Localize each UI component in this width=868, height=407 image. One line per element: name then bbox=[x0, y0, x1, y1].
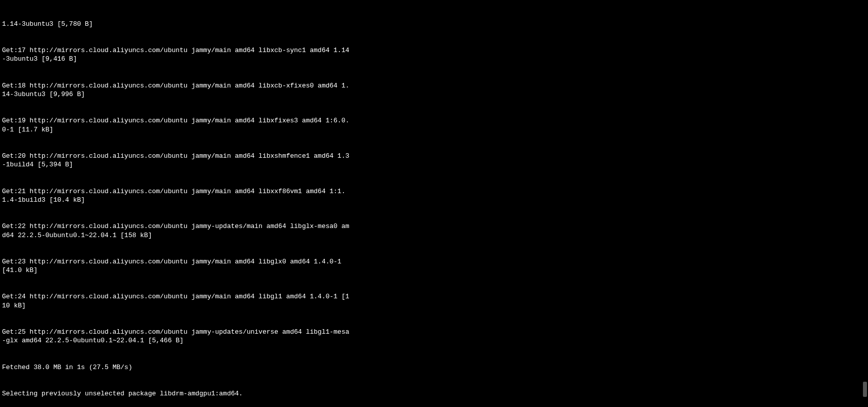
terminal-line: Get:17 http://mirrors.cloud.aliyuncs.com… bbox=[2, 46, 350, 64]
terminal-line: Fetched 38.0 MB in 1s (27.5 MB/s) bbox=[2, 363, 350, 372]
terminal-line: Get:20 http://mirrors.cloud.aliyuncs.com… bbox=[2, 152, 350, 169]
terminal-line: 1.14-3ubuntu3 [5,780 B] bbox=[2, 20, 350, 28]
scrollbar-thumb[interactable] bbox=[863, 382, 867, 397]
terminal-line: Get:21 http://mirrors.cloud.aliyuncs.com… bbox=[2, 187, 350, 205]
terminal-line: Get:23 http://mirrors.cloud.aliyuncs.com… bbox=[2, 257, 350, 275]
terminal-line: Get:22 http://mirrors.cloud.aliyuncs.com… bbox=[2, 222, 350, 240]
terminal-line: Selecting previously unselected package … bbox=[2, 389, 350, 398]
terminal-line: Get:19 http://mirrors.cloud.aliyuncs.com… bbox=[2, 116, 350, 134]
scrollbar[interactable] bbox=[862, 0, 867, 407]
terminal-line: Get:24 http://mirrors.cloud.aliyuncs.com… bbox=[2, 292, 350, 310]
terminal-line: Get:25 http://mirrors.cloud.aliyuncs.com… bbox=[2, 328, 350, 345]
terminal-line: Get:18 http://mirrors.cloud.aliyuncs.com… bbox=[2, 81, 350, 99]
terminal-output[interactable]: 1.14-3ubuntu3 [5,780 B] Get:17 http://mi… bbox=[2, 2, 350, 407]
